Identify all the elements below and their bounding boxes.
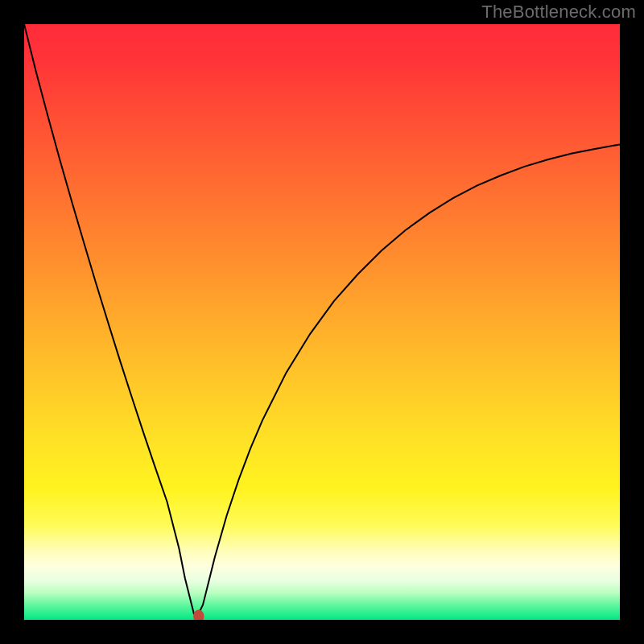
- plot-frame: [24, 24, 620, 620]
- watermark-text: TheBottleneck.com: [481, 2, 636, 23]
- chart-container: TheBottleneck.com: [0, 0, 644, 644]
- gradient-background: [24, 24, 620, 620]
- bottleneck-chart: [24, 24, 620, 620]
